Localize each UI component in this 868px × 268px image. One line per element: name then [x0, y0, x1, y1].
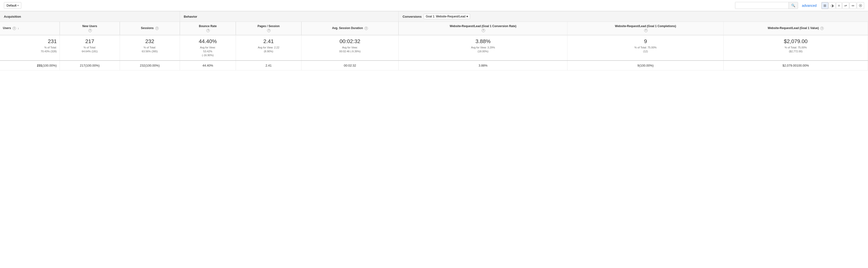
total-sessions-pct: (100.00%) [145, 64, 160, 67]
default-label: Default [6, 4, 17, 7]
conv-rate-help-icon[interactable]: ? [482, 29, 485, 32]
pages-main-value: 2.41 [239, 38, 298, 44]
total-bounce-cell: 44.40% [180, 61, 236, 70]
conv-rate-col-label: Website-Request/Lead (Goal 1 Conversion … [450, 25, 516, 28]
bounce-rate-sub-value: Avg for View:53.42%(-16.90%) [200, 46, 216, 57]
total-bounce-value: 44.40% [203, 64, 213, 67]
total-new-users-pct: (100.00%) [85, 64, 99, 67]
avg-session-sub-value: Avg for View:00:02:46 (-9.39%) [339, 46, 361, 53]
col-new-users: New Users ? [60, 22, 120, 35]
grid-view-button[interactable]: ⊞ [822, 2, 828, 9]
new-users-sub-value: % of Total:64.64% (181) [82, 46, 98, 53]
goal-chevron-icon: ▾ [466, 15, 468, 18]
behavior-header: Behavior [180, 11, 398, 22]
pages-session-col-label: Pages / Session [257, 25, 279, 28]
filter-view-button[interactable]: ⇌ [842, 2, 849, 9]
total-sessions-value: 232 [140, 64, 145, 67]
top-bar: Default ▾ 🔍 advanced ⊞ ◑ ≡ ⇌ ⇔ ⦿ [0, 0, 868, 11]
section-header-row: Acquisition Behavior Conversions Goal 1:… [0, 11, 868, 22]
total-new-users-value: 217 [80, 64, 85, 67]
sessions-help-icon[interactable]: ? [155, 27, 159, 30]
total-avg-session-value: 00:02:32 [344, 64, 356, 67]
total-pages-value: 2.41 [266, 64, 272, 67]
total-row: 231(100.00%) 217(100.00%) 232(100.00%) 4… [0, 61, 868, 70]
search-input[interactable] [735, 2, 788, 9]
pages-session-help-icon[interactable]: ? [267, 29, 271, 32]
new-users-cell: 217 % of Total:64.64% (181) [60, 35, 120, 61]
col-pages-session: Pages / Session ? [236, 22, 301, 35]
col-conv-completions: Website-Request/Lead (Goal 1 Completions… [567, 22, 724, 35]
users-sort-icon[interactable]: ↓ [18, 26, 19, 30]
conv-rate-main-value: 3.88% [402, 38, 564, 44]
total-conv-value-value: $2,079.00 [782, 64, 797, 67]
total-pages-cell: 2.41 [236, 61, 301, 70]
search-button[interactable]: 🔍 [788, 2, 798, 9]
col-conv-rate: Website-Request/Lead (Goal 1 Conversion … [399, 22, 567, 35]
conv-completions-cell: 9 % of Total: 75.00%(12) [567, 35, 724, 61]
col-conv-value: Website-Request/Lead (Goal 1 Value) ? [724, 22, 868, 35]
avg-session-cell: 00:02:32 Avg for View:00:02:46 (-9.39%) [301, 35, 399, 61]
total-sessions-cell: 232(100.00%) [120, 61, 180, 70]
col-sessions: Sessions ? [120, 22, 180, 35]
total-conv-rate-value: 3.88% [478, 64, 488, 67]
total-users-value: 231 [37, 64, 42, 67]
avg-session-main-value: 00:02:32 [304, 38, 396, 44]
conversions-header: Conversions Goal 1: Website-Request/Lead… [399, 11, 868, 22]
sessions-main-value: 232 [123, 38, 177, 44]
sessions-cell: 232 % of Total:63.56% (365) [120, 35, 180, 61]
conv-completions-col-label: Website-Request/Lead (Goal 1 Completions… [615, 25, 676, 28]
sessions-sub-value: % of Total:63.56% (365) [142, 46, 158, 53]
total-new-users-cell: 217(100.00%) [60, 61, 120, 70]
users-help-icon[interactable]: ? [12, 27, 16, 30]
pie-view-button[interactable]: ◑ [829, 2, 836, 9]
users-cell: 231 % of Total:70.43% (328) [0, 35, 60, 61]
search-icon: 🔍 [791, 4, 795, 7]
pages-sub-value: Avg for View: 2.22(8.90%) [258, 46, 279, 53]
default-dropdown[interactable]: Default ▾ [4, 2, 21, 9]
total-conv-completions-cell: 9(100.00%) [567, 61, 724, 70]
conv-completions-sub-value: % of Total: 75.00%(12) [634, 46, 657, 53]
data-row: 231 % of Total:70.43% (328) 217 % of Tot… [0, 35, 868, 61]
new-users-col-label: New Users [82, 25, 97, 28]
advanced-link[interactable]: advanced [800, 4, 818, 7]
total-conv-value-pct: 100.00% [797, 64, 809, 67]
avg-session-help-icon[interactable]: ? [365, 27, 368, 30]
users-main-value: 231 [3, 38, 57, 44]
conv-value-cell: $2,079.00 % of Total: 75.00%($2,772.00) [724, 35, 868, 61]
list-view-button[interactable]: ≡ [836, 2, 842, 9]
total-conv-completions-value: 9 [638, 64, 639, 67]
view-icons: ⊞ ◑ ≡ ⇌ ⇔ ⦿ [822, 2, 864, 9]
pages-cell: 2.41 Avg for View: 2.22(8.90%) [236, 35, 301, 61]
conv-value-help-icon[interactable]: ? [820, 27, 824, 30]
conv-value-sub-value: % of Total: 75.00%($2,772.00) [785, 46, 807, 53]
bounce-rate-cell: 44.40% Avg for View:53.42%(-16.90%) [180, 35, 236, 61]
col-users: Users ? ↓ [0, 22, 60, 35]
conv-rate-sub-value: Avg for View: 3.29%(18.00%) [471, 46, 495, 53]
data-table-wrapper: Acquisition Behavior Conversions Goal 1:… [0, 11, 868, 70]
conversions-label: Conversions [403, 15, 422, 19]
total-users-pct: (100.00%) [42, 64, 57, 67]
table-view-button[interactable]: ⦿ [857, 2, 864, 9]
sessions-col-label: Sessions [141, 26, 154, 30]
total-avg-session-cell: 00:02:32 [301, 61, 399, 70]
analytics-table: Acquisition Behavior Conversions Goal 1:… [0, 11, 868, 70]
col-bounce-rate: Bounce Rate ? [180, 22, 236, 35]
avg-session-col-label: Avg. Session Duration [332, 26, 363, 30]
conv-completions-help-icon[interactable]: ? [644, 29, 648, 32]
goal-dropdown[interactable]: Goal 1: Website-Request/Lead ▾ [424, 14, 470, 19]
new-users-help-icon[interactable]: ? [88, 29, 92, 32]
bounce-rate-help-icon[interactable]: ? [206, 29, 210, 32]
users-col-label: Users [3, 26, 11, 30]
columns-view-button[interactable]: ⇔ [849, 2, 857, 9]
col-avg-session: Avg. Session Duration ? [301, 22, 399, 35]
total-conv-rate-cell: 3.88% [399, 61, 567, 70]
search-container: 🔍 [735, 2, 798, 9]
column-header-row: Users ? ↓ New Users ? Sessions ? Bounce … [0, 22, 868, 35]
new-users-main-value: 217 [63, 38, 117, 44]
bounce-rate-main-value: 44.40% [183, 38, 233, 44]
total-users-cell: 231(100.00%) [0, 61, 60, 70]
conv-value-col-label: Website-Request/Lead (Goal 1 Value) [768, 26, 819, 30]
chevron-down-icon: ▾ [18, 4, 19, 7]
users-sub-value: % of Total:70.43% (328) [41, 46, 57, 53]
conv-rate-cell: 3.88% Avg for View: 3.29%(18.00%) [399, 35, 567, 61]
